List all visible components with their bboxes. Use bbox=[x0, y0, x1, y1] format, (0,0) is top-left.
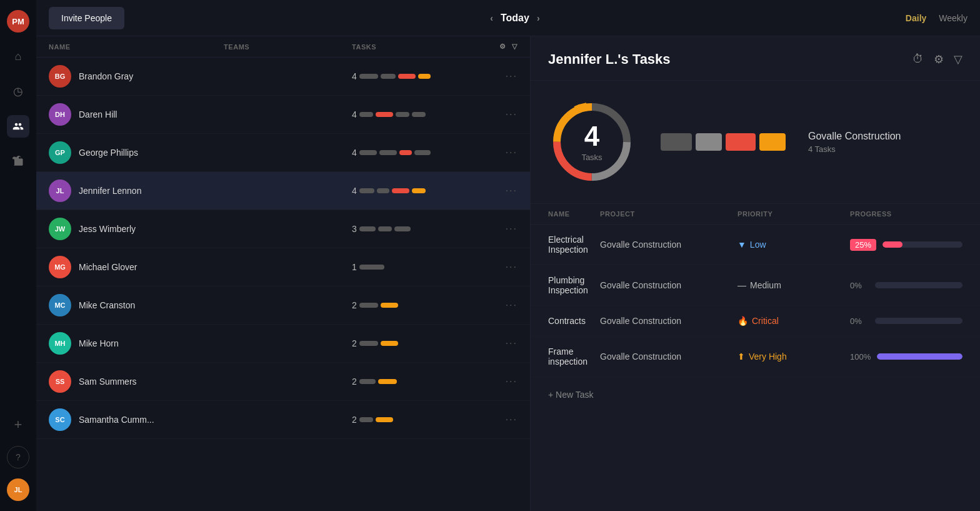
more-button[interactable]: ··· bbox=[480, 223, 518, 235]
panel-settings-icon[interactable]: ⚙ bbox=[934, 53, 944, 66]
nav-home[interactable]: ⌂ bbox=[7, 45, 29, 68]
app-logo[interactable]: PM bbox=[7, 10, 29, 33]
task-bars bbox=[359, 188, 426, 193]
person-row[interactable]: JL Jennifer Lennon 4 ··· bbox=[36, 172, 530, 210]
nav-help[interactable]: ? bbox=[7, 446, 29, 468]
task-row[interactable]: Frame inspection Govalle Construction ⬆ … bbox=[531, 336, 980, 377]
priority-label: Medium bbox=[750, 280, 781, 290]
user-avatar[interactable]: JL bbox=[7, 478, 29, 501]
task-row[interactable]: Contracts Govalle Construction 🔥 Critica… bbox=[531, 306, 980, 336]
progress-cell: 100% bbox=[850, 352, 962, 362]
avatar-initials: JL bbox=[56, 187, 64, 195]
person-task-count: 3 bbox=[352, 224, 357, 234]
new-task-button[interactable]: + New Task bbox=[531, 377, 980, 412]
avatar-initials: DH bbox=[55, 111, 65, 118]
person-row[interactable]: BG Brandon Gray 4 ··· bbox=[36, 58, 530, 96]
more-button[interactable]: ··· bbox=[480, 338, 518, 349]
progress-cell: 25% bbox=[850, 239, 962, 251]
task-rows-container: Electrical Inspection Govalle Constructi… bbox=[531, 225, 980, 377]
daily-view-button[interactable]: Daily bbox=[906, 13, 926, 23]
priority-badge: ▼ Low bbox=[738, 240, 850, 250]
task-bars bbox=[359, 341, 398, 346]
person-row[interactable]: MC Mike Cranston 2 ··· bbox=[36, 286, 530, 325]
progress-text: 0% bbox=[850, 281, 869, 290]
col-name: NAME bbox=[49, 43, 224, 51]
people-panel: NAME TEAMS TASKS ⚙ ▽ BG Brandon Gray 4 ·… bbox=[36, 36, 530, 511]
person-row[interactable]: SS Sam Summers 2 ··· bbox=[36, 363, 530, 401]
filter-icons: ⚙ ▽ bbox=[480, 43, 518, 51]
prev-date-button[interactable]: ‹ bbox=[490, 13, 493, 23]
avatar: JW bbox=[49, 218, 71, 240]
person-name-cell: JL Jennifer Lennon bbox=[49, 180, 224, 202]
task-project: Govalle Construction bbox=[600, 352, 738, 362]
tasks-table-header: NAME PROJECT PRIORITY PROGRESS bbox=[531, 204, 980, 225]
table-header: NAME TEAMS TASKS ⚙ ▽ bbox=[36, 36, 530, 58]
nav-sidebar: PM ⌂ ◷ + ? JL bbox=[0, 0, 36, 511]
person-name: Samantha Cumm... bbox=[79, 415, 154, 425]
avatar: MG bbox=[49, 256, 71, 278]
avatar: MH bbox=[49, 332, 71, 355]
avatar-initials: MG bbox=[54, 263, 66, 271]
weekly-view-button[interactable]: Weekly bbox=[939, 13, 968, 23]
person-task-count: 1 bbox=[352, 262, 357, 272]
avatar: SS bbox=[49, 370, 71, 393]
priority-badge: 🔥 Critical bbox=[738, 316, 850, 326]
panel-filter-icon[interactable]: ▽ bbox=[954, 53, 962, 66]
more-button[interactable]: ··· bbox=[480, 147, 518, 158]
more-button[interactable]: ··· bbox=[480, 261, 518, 273]
task-count: 4 bbox=[581, 123, 602, 150]
avatar: DH bbox=[49, 103, 71, 126]
clock-icon[interactable]: ⏱ bbox=[912, 53, 924, 66]
task-name: Electrical Inspection bbox=[548, 235, 600, 255]
people-list: BG Brandon Gray 4 ··· DH Daren Hill 4 ··… bbox=[36, 58, 530, 511]
task-name: Plumbing Inspection bbox=[548, 275, 600, 295]
filter-icon[interactable]: ▽ bbox=[512, 43, 518, 51]
task-project: Govalle Construction bbox=[600, 280, 738, 290]
person-task-count: 4 bbox=[352, 71, 357, 81]
next-date-button[interactable]: › bbox=[537, 13, 540, 23]
person-row[interactable]: JW Jess Wimberly 3 ··· bbox=[36, 210, 530, 248]
priority-icon: — bbox=[738, 280, 746, 290]
nav-portfolio[interactable] bbox=[7, 150, 29, 173]
invite-button[interactable]: Invite People bbox=[49, 7, 124, 29]
task-bars bbox=[359, 417, 393, 422]
task-bars bbox=[359, 379, 397, 384]
task-panel-title: Jennifer L.'s Tasks bbox=[548, 51, 671, 68]
avatar: SC bbox=[49, 408, 71, 431]
more-button[interactable]: ··· bbox=[480, 109, 518, 120]
person-name: Sam Summers bbox=[79, 377, 137, 387]
person-name: Jess Wimberly bbox=[79, 224, 136, 234]
person-row[interactable]: DH Daren Hill 4 ··· bbox=[36, 96, 530, 134]
more-button[interactable]: ··· bbox=[480, 414, 518, 425]
nav-people[interactable] bbox=[7, 115, 29, 138]
current-date-label: Today bbox=[501, 13, 529, 24]
person-task-count: 2 bbox=[352, 415, 357, 425]
task-row[interactable]: Plumbing Inspection Govalle Construction… bbox=[531, 265, 980, 306]
more-button[interactable]: ··· bbox=[480, 71, 518, 82]
nav-recent[interactable]: ◷ bbox=[7, 80, 29, 103]
person-row[interactable]: MH Mike Horn 2 ··· bbox=[36, 325, 530, 363]
more-button[interactable]: ··· bbox=[480, 376, 518, 387]
avatar-initials: JW bbox=[55, 225, 66, 233]
avatar-initials: BG bbox=[55, 73, 66, 80]
task-bars bbox=[359, 303, 398, 308]
nav-add[interactable]: + bbox=[7, 413, 29, 436]
donut-center: 4 Tasks bbox=[581, 123, 602, 162]
person-name-cell: JW Jess Wimberly bbox=[49, 218, 224, 240]
settings-icon[interactable]: ⚙ bbox=[499, 43, 506, 51]
person-row[interactable]: MG Michael Glover 1 ··· bbox=[36, 248, 530, 286]
priority-icon: ⬆ bbox=[738, 352, 745, 362]
person-name-cell: MG Michael Glover bbox=[49, 256, 224, 278]
task-bars bbox=[359, 265, 384, 270]
person-name-cell: MH Mike Horn bbox=[49, 332, 224, 355]
top-bar: Invite People ‹ Today › Daily Weekly bbox=[36, 0, 980, 36]
avatar: JL bbox=[49, 180, 71, 202]
content-area: NAME TEAMS TASKS ⚙ ▽ BG Brandon Gray 4 ·… bbox=[36, 36, 980, 511]
priority-label: Critical bbox=[752, 316, 779, 326]
person-row[interactable]: GP George Phillips 4 ··· bbox=[36, 134, 530, 172]
project-info: Govalle Construction 4 Tasks bbox=[808, 131, 901, 154]
person-row[interactable]: SC Samantha Cumm... 2 ··· bbox=[36, 401, 530, 439]
more-button[interactable]: ··· bbox=[480, 185, 518, 196]
more-button[interactable]: ··· bbox=[480, 300, 518, 311]
task-row[interactable]: Electrical Inspection Govalle Constructi… bbox=[531, 225, 980, 265]
